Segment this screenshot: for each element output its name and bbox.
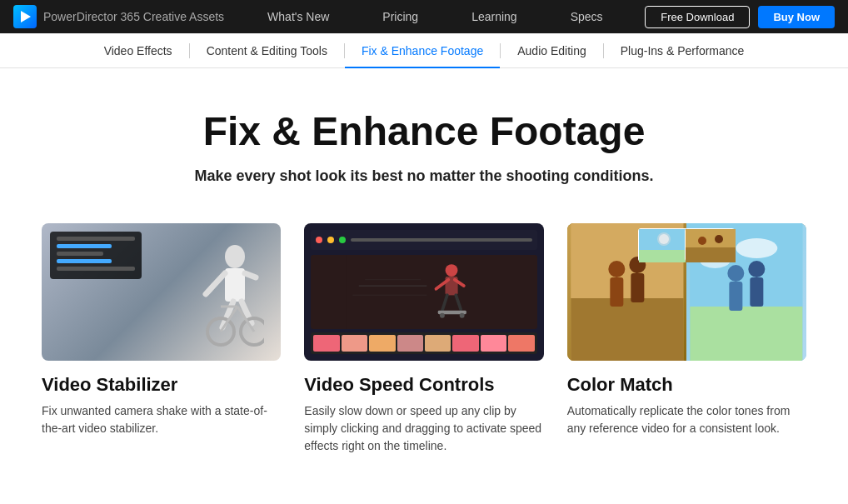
- svg-point-1: [225, 245, 245, 268]
- svg-rect-47: [686, 247, 736, 262]
- subnav-plugins[interactable]: Plug-Ins & Performance: [604, 33, 761, 68]
- color-split: [567, 223, 806, 361]
- speed-bg: [304, 223, 543, 361]
- svg-point-48: [698, 237, 706, 245]
- thumb-3: [369, 335, 395, 352]
- svg-rect-45: [751, 277, 764, 307]
- svg-point-29: [608, 261, 625, 277]
- thumb-2: [342, 335, 367, 352]
- ui-row-2: [57, 244, 112, 248]
- hero-subtitle: Make every shot look its best no matter …: [33, 167, 815, 185]
- svg-rect-36: [639, 250, 689, 262]
- svg-rect-27: [571, 298, 683, 361]
- svg-point-13: [446, 264, 458, 277]
- svg-rect-32: [631, 273, 644, 302]
- color-left: [567, 223, 687, 361]
- speed-preview: [311, 255, 536, 329]
- stabilizer-person: [189, 232, 264, 352]
- card-stabilizer-desc: Fix unwanted camera shake with a state-o…: [42, 402, 281, 437]
- buy-now-button[interactable]: Buy Now: [758, 6, 835, 28]
- card-color-desc: Automatically replicate the color tones …: [567, 402, 806, 437]
- speed-timeline: [311, 332, 536, 354]
- svg-rect-38: [691, 307, 803, 361]
- thumb-7: [481, 335, 506, 352]
- speed-person-svg: [311, 255, 536, 329]
- color-inset-right: [685, 228, 735, 262]
- thumb-5: [425, 335, 451, 352]
- nav-actions: Free Download Buy Now: [645, 6, 835, 28]
- svg-marker-0: [21, 11, 31, 22]
- svg-line-4: [245, 273, 256, 277]
- thumb-8: [508, 335, 534, 352]
- ui-row-3: [57, 252, 103, 256]
- free-download-button[interactable]: Free Download: [645, 6, 750, 28]
- card-color-title: Color Match: [567, 374, 806, 396]
- ui-row-1: [57, 237, 135, 241]
- hero-section: Fix & Enhance Footage Make every shot lo…: [0, 68, 848, 215]
- app-logo: [13, 5, 37, 28]
- svg-line-3: [206, 273, 225, 294]
- dot-yellow: [327, 237, 334, 243]
- ui-row-4: [57, 259, 112, 263]
- color-inset-left: [638, 228, 688, 262]
- nav-learning[interactable]: Learning: [445, 0, 544, 33]
- svg-point-44: [749, 261, 766, 277]
- card-speed-title: Video Speed Controls: [304, 374, 543, 396]
- color-right: [686, 223, 806, 361]
- nav-links: What's New Pricing Learning Specs: [241, 0, 645, 33]
- svg-point-42: [728, 265, 745, 282]
- top-navigation: PowerDirector 365 Creative Assets What's…: [0, 0, 848, 33]
- svg-point-22: [460, 313, 465, 318]
- card-stabilizer-image: [42, 223, 281, 361]
- speed-ui-top: [311, 230, 536, 250]
- subnav-audio-editing[interactable]: Audio Editing: [501, 33, 603, 68]
- svg-point-49: [715, 235, 723, 243]
- stabilizer-bg: [42, 223, 281, 361]
- dot-red: [316, 237, 322, 243]
- card-stabilizer: Video Stabilizer Fix unwanted camera sha…: [42, 223, 281, 455]
- card-color: Color Match Automatically replicate the …: [567, 223, 806, 455]
- svg-rect-2: [225, 268, 245, 302]
- dot-green: [339, 237, 346, 243]
- card-stabilizer-title: Video Stabilizer: [42, 374, 281, 396]
- stabilizer-ui-panel: [50, 232, 142, 279]
- svg-rect-43: [730, 282, 743, 311]
- thumb-1: [313, 335, 339, 352]
- subnav-video-effects[interactable]: Video Effects: [87, 33, 189, 68]
- card-speed-desc: Easily slow down or speed up any clip by…: [304, 402, 543, 455]
- subnav-fix-enhance[interactable]: Fix & Enhance Footage: [345, 33, 500, 68]
- card-speed-image: [304, 223, 543, 361]
- svg-point-35: [657, 232, 671, 246]
- card-speed: Video Speed Controls Easily slow down or…: [304, 223, 543, 455]
- page-title: Fix & Enhance Footage: [33, 108, 815, 154]
- sub-navigation: Video Effects Content & Editing Tools Fi…: [0, 33, 848, 68]
- feature-cards: Video Stabilizer Fix unwanted camera sha…: [0, 215, 848, 488]
- thumb-6: [452, 335, 478, 352]
- color-bg: [567, 223, 806, 361]
- svg-point-40: [736, 238, 778, 258]
- svg-rect-30: [610, 277, 623, 307]
- card-color-image: [567, 223, 806, 361]
- brand-name: PowerDirector 365 Creative Assets: [43, 10, 224, 23]
- thumb-4: [397, 335, 423, 352]
- ui-row-5: [57, 267, 135, 271]
- subnav-content-editing[interactable]: Content & Editing Tools: [190, 33, 344, 68]
- nav-whats-new[interactable]: What's New: [241, 0, 356, 33]
- svg-rect-12: [347, 255, 501, 329]
- brand-logo-area[interactable]: PowerDirector 365 Creative Assets: [13, 5, 224, 28]
- nav-specs[interactable]: Specs: [544, 0, 630, 33]
- speed-title-bar: [351, 238, 531, 242]
- nav-pricing[interactable]: Pricing: [356, 0, 445, 33]
- svg-point-21: [440, 313, 445, 318]
